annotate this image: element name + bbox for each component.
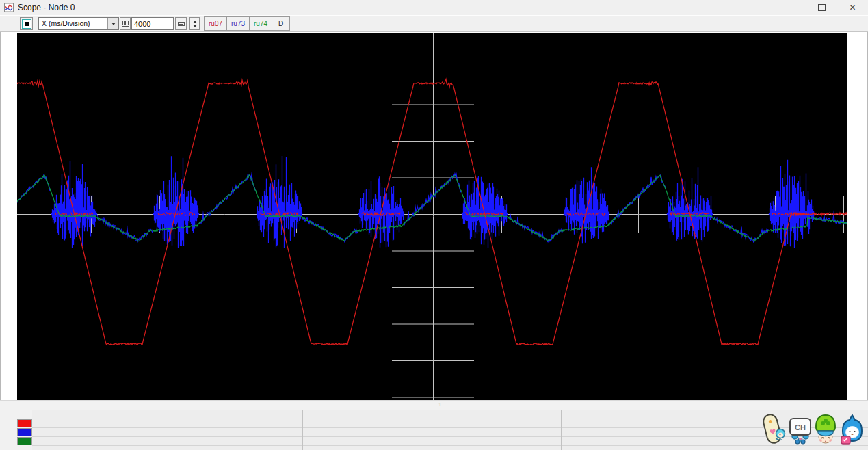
value-spinner[interactable] (189, 17, 200, 30)
sticker-surfboard-character[interactable] (758, 412, 787, 447)
dropdown-arrow-button[interactable] (107, 18, 118, 29)
scope-footer-strip (0, 400, 868, 411)
scope-display[interactable] (17, 33, 847, 400)
stop-acquisition-button[interactable] (20, 17, 33, 30)
keyboard-icon (178, 22, 185, 26)
legend-grid (32, 410, 868, 450)
sticker-sign-text: CH (795, 423, 806, 432)
sticker-green-hat-character[interactable] (813, 412, 838, 445)
legend-swatch-blue[interactable] (17, 428, 32, 436)
minimize-button[interactable] (776, 0, 806, 15)
scope-window: Scope - Node 0 ✕ X (ms/Division) ru07 ru (0, 0, 868, 450)
channel-button-d[interactable]: D (272, 17, 289, 30)
legend-column-2 (302, 410, 561, 450)
division-value-input[interactable] (131, 17, 174, 30)
channel-button-ru73[interactable]: ru73 (227, 17, 250, 30)
legend-column-1 (32, 410, 302, 450)
legend-swatch-red[interactable] (17, 419, 32, 427)
close-icon: ✕ (849, 3, 856, 12)
channel-button-ru74[interactable]: ru74 (250, 17, 272, 30)
legend-swatch-column (17, 410, 32, 450)
spinner-down-icon (193, 25, 197, 27)
stop-icon (22, 19, 31, 29)
title-bar: Scope - Node 0 ✕ (0, 0, 868, 15)
x-division-dropdown-value: X (ms/Division) (39, 18, 107, 29)
legend-swatch-green[interactable] (17, 437, 32, 445)
sticker-penguin-character[interactable] (839, 414, 865, 447)
channel-button-group: ru07 ru73 ru74 D (204, 16, 290, 31)
maximize-icon (818, 4, 826, 11)
keypad-button[interactable] (175, 17, 187, 30)
x-division-dropdown[interactable]: X (ms/Division) (38, 17, 119, 30)
app-icon (4, 3, 14, 12)
scale-icon (122, 21, 129, 27)
spinner-up-icon (193, 21, 197, 23)
window-title: Scope - Node 0 (18, 3, 75, 12)
channel-button-ru07[interactable]: ru07 (205, 17, 227, 30)
sticker-ch-sign-character[interactable]: CH (788, 416, 813, 446)
scale-button[interactable] (120, 17, 131, 30)
close-button[interactable]: ✕ (837, 0, 868, 15)
toolbar: X (ms/Division) ru07 ru73 ru74 D (0, 15, 868, 32)
channel-legend-table (0, 410, 868, 450)
sweep-tick-label: 1 (438, 401, 441, 408)
maximize-button[interactable] (806, 0, 837, 15)
minimize-icon (788, 8, 795, 8)
chevron-down-icon (111, 23, 116, 25)
